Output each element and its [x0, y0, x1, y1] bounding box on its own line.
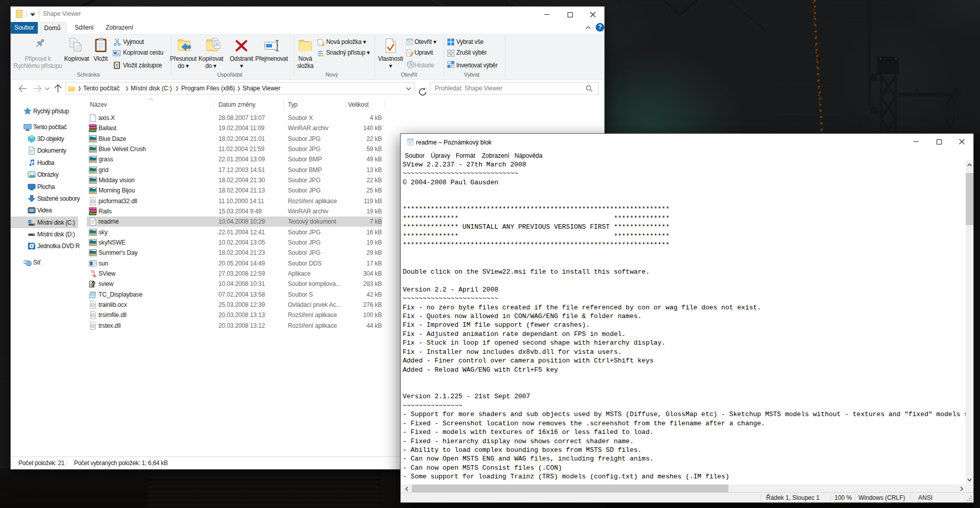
- svg-text:?: ?: [92, 280, 95, 288]
